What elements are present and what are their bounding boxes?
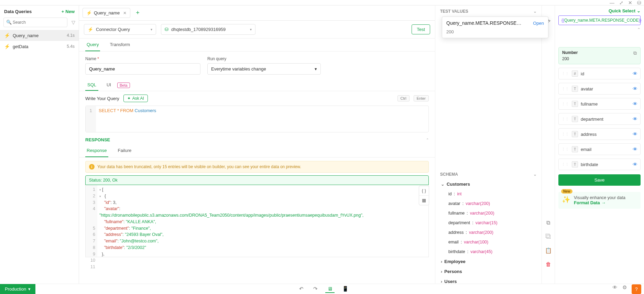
side-actions: ⟳ ⧉ ⿻ 📋 🗑 — [542, 6, 555, 289]
field-row[interactable]: ⋮⋮Temail👁 — [558, 143, 641, 155]
chevron-down-icon[interactable]: ⌄ — [533, 9, 537, 14]
arrow-right-icon: → — [601, 200, 606, 205]
close-icon[interactable]: ✕ — [628, 0, 632, 6]
type-icon: T — [572, 161, 578, 167]
json-view-icon[interactable]: { } — [419, 186, 429, 196]
editor-gutter: 1 — [86, 106, 96, 132]
field-row[interactable]: ⋮⋮Taddress👁 — [558, 128, 641, 140]
query-item-query_name[interactable]: ⚡Query_name 4.1s — [0, 30, 79, 41]
bolt-icon: ⚡ — [4, 44, 10, 49]
sql-editor[interactable]: 1 SELECT * FROM Customers — [85, 106, 429, 132]
help-icon[interactable]: ? — [632, 284, 641, 294]
filter-icon[interactable]: ▽ — [72, 20, 75, 25]
add-tab-button[interactable]: + — [133, 8, 142, 18]
database-icon[interactable]: ⛁ — [637, 0, 641, 6]
field-row[interactable]: ⋮⋮Tdepartment👁 — [558, 113, 641, 125]
query-time: 5.4s — [67, 44, 75, 49]
field-label: address — [581, 132, 597, 137]
duplicate-icon[interactable]: ⧉ — [546, 220, 550, 226]
run-query-select[interactable]: Everytime variables change ▾ — [207, 63, 321, 75]
bolt-icon: ⚡ — [88, 27, 93, 32]
query-name-label: Query_name — [13, 33, 39, 38]
new-badge: New — [561, 189, 572, 194]
field-row[interactable]: ⋮⋮Tavatar👁 — [558, 83, 641, 95]
tab-sql[interactable]: SQL — [85, 79, 98, 91]
format-data-link[interactable]: Format Data→ — [574, 200, 625, 205]
schema-table-persons[interactable]: ›Persons — [440, 268, 537, 275]
eye-icon[interactable]: 👁 — [633, 162, 637, 167]
copy-icon[interactable]: ⿻ — [546, 233, 551, 240]
name-input[interactable] — [85, 63, 200, 75]
field-row[interactable]: ⋮⋮#id👁 — [558, 68, 641, 79]
test-button[interactable]: Test — [412, 24, 430, 34]
truncation-alert: i Your data has been truncated, only 15 … — [85, 161, 429, 173]
connector-type-select[interactable]: ⚡Connector Query ▾ — [84, 24, 156, 35]
mobile-view-icon[interactable]: 📱 — [340, 285, 351, 293]
tab-transform[interactable]: Transform — [108, 39, 131, 51]
minimize-icon[interactable]: — — [610, 0, 614, 6]
chevron-right-icon: › — [441, 259, 442, 264]
json-viewer[interactable]: 1234567891011 ▾[ ▾ { "id": 3, "avatar": … — [85, 185, 429, 257]
run-value: Everytime variables change — [211, 66, 266, 72]
schema-heading: SCHEMA — [440, 172, 458, 177]
popover-value: 200 — [446, 26, 544, 34]
new-label: New — [65, 9, 75, 14]
bolt-icon: ⚡ — [4, 33, 10, 38]
quick-select-button[interactable]: Quick Select⌄ — [558, 8, 641, 15]
chevron-up-icon[interactable]: ⌃ — [426, 138, 429, 142]
redo-icon[interactable]: ↷ — [311, 285, 320, 293]
type-icon: T — [572, 116, 578, 122]
chevron-up-icon[interactable]: ⌃ — [637, 27, 641, 32]
undo-icon[interactable]: ↶ — [297, 285, 306, 293]
query-item-getdata[interactable]: ⚡getData 5.4s — [0, 41, 79, 52]
expand-icon[interactable]: ⤢ — [619, 0, 623, 6]
ask-ai-button[interactable]: ✦ Ask AI — [123, 95, 148, 102]
desktop-view-icon[interactable]: 🖥 — [325, 285, 335, 293]
search-input[interactable] — [3, 18, 67, 27]
eye-icon[interactable]: 👁 — [633, 86, 637, 91]
delete-icon[interactable]: 🗑 — [546, 261, 551, 268]
kbd-ctrl: Ctrl — [397, 95, 410, 101]
eye-icon[interactable]: 👁 — [633, 146, 637, 152]
eye-icon[interactable]: 👁 — [633, 116, 637, 122]
chevron-right-icon: › — [441, 279, 442, 284]
tab-ui[interactable]: UI — [105, 79, 113, 91]
popover-open-link[interactable]: Open — [533, 21, 544, 26]
open-tab-query_name[interactable]: ⚡ Query_name ✕ — [83, 8, 130, 18]
chevron-down-icon[interactable]: ⌄ — [533, 172, 537, 177]
schema-col: department : varchar(15) — [440, 219, 537, 227]
eye-icon[interactable]: 👁 — [633, 101, 637, 107]
table-view-icon[interactable]: ▦ — [419, 196, 429, 205]
tab-response[interactable]: Response — [85, 144, 108, 157]
editor-line: SELECT * FROM Customers — [96, 106, 159, 132]
eye-icon[interactable]: 👁 — [633, 131, 637, 137]
drag-icon: ⋮⋮ — [561, 162, 569, 167]
test-values-heading: TEST VALUES — [440, 9, 468, 14]
tab-query[interactable]: Query — [85, 39, 100, 51]
expression-input[interactable]: {{Query_name.META.RESPONSE_CODE}} — [558, 15, 641, 25]
schema-table-customers[interactable]: ⌄Customers — [440, 180, 537, 188]
clipboard-icon[interactable]: 📋 — [545, 247, 552, 254]
field-label: department — [581, 117, 603, 122]
info-icon: i — [89, 164, 95, 170]
schema-table-employee[interactable]: ›Employee — [440, 258, 537, 265]
environment-button[interactable]: Production ▾ — [0, 284, 35, 294]
settings-icon[interactable]: ⚙ — [622, 284, 627, 294]
new-query-button[interactable]: + New — [62, 9, 75, 14]
drag-icon: ⋮⋮ — [561, 102, 569, 106]
tab-failure[interactable]: Failure — [117, 144, 133, 157]
expression-popover: Query_name.META.RESPONSE_C... Open 200 — [442, 17, 548, 38]
schema-col: address : varchar(200) — [440, 229, 537, 236]
alert-text: Your data has been truncated, only 15 en… — [97, 164, 301, 169]
field-row[interactable]: ⋮⋮Tfullname👁 — [558, 98, 641, 110]
eye-icon[interactable]: 👁 — [633, 71, 637, 76]
database-select[interactable]: ⛁dhqtestdb_1708929316959 ▾ — [161, 24, 255, 35]
eye-icon[interactable]: 👁 — [612, 284, 618, 294]
close-tab-icon[interactable]: ✕ — [123, 11, 127, 15]
copy-icon[interactable]: ⧉ — [633, 50, 637, 56]
field-row[interactable]: ⋮⋮Tbirthdate👁 — [558, 159, 641, 170]
sparkle-icon: ✦ — [127, 96, 131, 101]
save-button[interactable]: Save — [558, 174, 641, 186]
chevron-down-icon: ▾ — [28, 286, 31, 292]
window-controls: — ⤢ ✕ ⛁ — [0, 0, 644, 6]
